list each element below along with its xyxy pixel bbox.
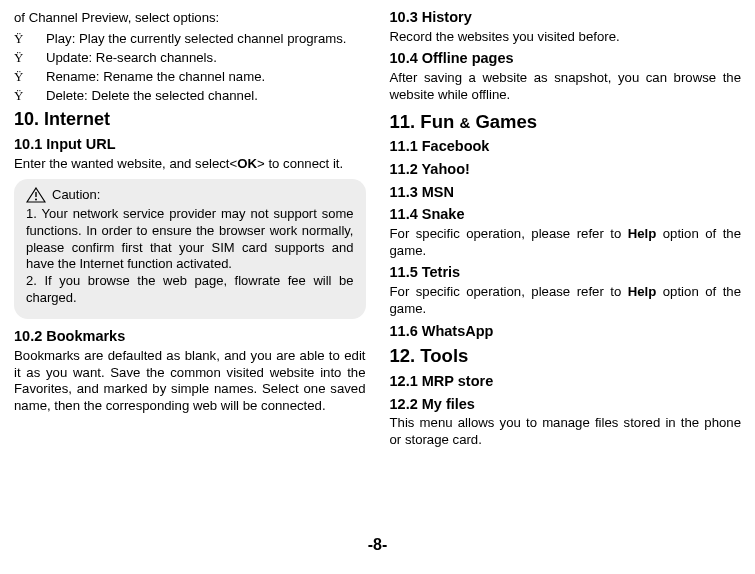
paragraph-12-2: This menu allows you to manage files sto… [390, 415, 742, 449]
text: 11. Fun [390, 111, 460, 132]
bullet-mark: Ÿ [14, 31, 46, 48]
heading-10-1: 10.1 Input URL [14, 135, 366, 154]
page-number: -8- [14, 536, 741, 554]
paragraph-10-3: Record the websites you visited before. [390, 29, 742, 46]
paragraph-11-5: For specific operation, please refer to … [390, 284, 742, 318]
bullet-text: Rename: Rename the channel name. [46, 69, 366, 86]
intro-line: of Channel Preview, select options: [14, 10, 366, 27]
ampersand: & [459, 114, 470, 131]
text: > to connect it. [257, 156, 343, 171]
heading-10-internet: 10. Internet [14, 108, 366, 131]
heading-11-1: 11.1 Facebook [390, 137, 742, 156]
help-label: Help [628, 284, 657, 299]
bullet-delete: Ÿ Delete: Delete the selected channel. [14, 88, 366, 105]
paragraph-10-2: Bookmarks are defaulted as blank, and yo… [14, 348, 366, 416]
bullet-mark: Ÿ [14, 69, 46, 86]
heading-11-2: 11.2 Yahoo! [390, 160, 742, 179]
caution-header: Caution: [26, 187, 354, 204]
bullet-text: Update: Re-search channels. [46, 50, 366, 67]
bullet-mark: Ÿ [14, 50, 46, 67]
caution-text-2: 2. If you browse the web page, flowrate … [26, 273, 354, 307]
document-page: of Channel Preview, select options: Ÿ Pl… [0, 0, 755, 574]
bullet-text: Delete: Delete the selected channel. [46, 88, 366, 105]
caution-label: Caution: [52, 187, 100, 204]
help-label: Help [628, 226, 657, 241]
caution-text-1: 1. Your network service provider may not… [26, 206, 354, 274]
text: Enter the wanted website, and select< [14, 156, 237, 171]
heading-11-fun-games: 11. Fun & Games [390, 110, 742, 134]
two-column-layout: of Channel Preview, select options: Ÿ Pl… [14, 8, 741, 532]
warning-icon [26, 187, 46, 203]
text: Games [470, 111, 537, 132]
left-column: of Channel Preview, select options: Ÿ Pl… [14, 8, 366, 532]
heading-10-3: 10.3 History [390, 8, 742, 27]
heading-12-tools: 12. Tools [390, 344, 742, 368]
text: For specific operation, please refer to [390, 226, 628, 241]
heading-11-4: 11.4 Snake [390, 205, 742, 224]
bullet-update: Ÿ Update: Re-search channels. [14, 50, 366, 67]
bullet-text: Play: Play the currently selected channe… [46, 31, 366, 48]
svg-point-2 [35, 199, 37, 201]
heading-11-6: 11.6 WhatsApp [390, 322, 742, 341]
caution-box: Caution: 1. Your network service provide… [14, 179, 366, 319]
right-column: 10.3 History Record the websites you vis… [390, 8, 742, 532]
heading-11-3: 11.3 MSN [390, 183, 742, 202]
text: For specific operation, please refer to [390, 284, 628, 299]
heading-10-2: 10.2 Bookmarks [14, 327, 366, 346]
bullet-play: Ÿ Play: Play the currently selected chan… [14, 31, 366, 48]
heading-10-4: 10.4 Offline pages [390, 49, 742, 68]
bullet-mark: Ÿ [14, 88, 46, 105]
heading-12-2: 12.2 My files [390, 395, 742, 414]
bullet-rename: Ÿ Rename: Rename the channel name. [14, 69, 366, 86]
paragraph-10-4: After saving a website as snapshot, you … [390, 70, 742, 104]
paragraph-10-1: Enter the wanted website, and select<OK>… [14, 156, 366, 173]
ok-label: OK [237, 156, 257, 171]
paragraph-11-4: For specific operation, please refer to … [390, 226, 742, 260]
heading-11-5: 11.5 Tetris [390, 263, 742, 282]
heading-12-1: 12.1 MRP store [390, 372, 742, 391]
